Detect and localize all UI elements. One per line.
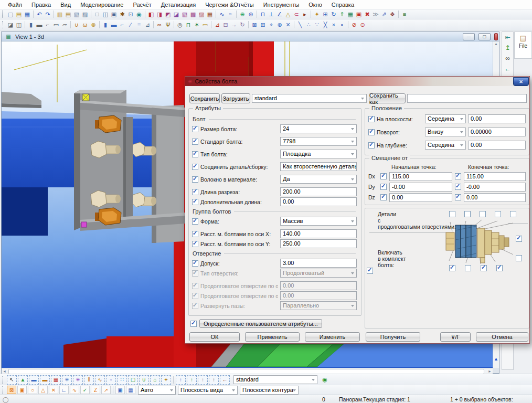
grid-tool-icon[interactable]: ▦ (346, 10, 355, 18)
copy-array-icon[interactable]: ⊞ (321, 10, 329, 18)
get-button[interactable]: Получить (366, 332, 420, 342)
green-slab-part[interactable] (211, 344, 493, 367)
snap-intersection-icon[interactable]: × (329, 20, 338, 29)
view-selected-icon[interactable]: ⊡ (126, 10, 135, 18)
load-button[interactable]: Загрузить (221, 93, 250, 103)
new-file-icon[interactable]: ▢ (6, 10, 15, 18)
profile-combo[interactable]: standard (252, 94, 367, 103)
snap-override-icon[interactable]: ▣ (115, 386, 125, 394)
weld-icon[interactable]: ∿ (218, 10, 226, 18)
scroll-up-arrow[interactable]: ▲ (493, 41, 499, 47)
fence-tool-icon[interactable]: ⊓ (259, 10, 267, 18)
snap-points-icon[interactable]: ∴ (304, 20, 313, 29)
menu-item-10[interactable]: Справка (327, 1, 359, 9)
snap-center-icon[interactable]: ⊙ (358, 20, 367, 29)
organizer-icon[interactable]: ❖ (388, 10, 397, 18)
profile-angle-icon[interactable]: ⌐ (118, 20, 126, 29)
intersect-tool-icon[interactable]: ✕ (284, 20, 292, 29)
create-column-icon[interactable]: ◧ (147, 10, 155, 18)
polyweld-icon[interactable]: ≈ (226, 10, 235, 18)
open-model-icon[interactable]: ▤ (15, 10, 23, 18)
dialog-titlebar[interactable]: ✳ Свойства болта (185, 77, 529, 86)
attribute-input[interactable]: 3.00 (280, 259, 357, 268)
measure-angle-icon[interactable]: ∠ (275, 10, 284, 18)
fit-view-icon[interactable]: ⇤ (505, 34, 510, 41)
attribute-checkbox[interactable] (192, 176, 198, 183)
attribute-combo[interactable]: Как второстепенную деталь (280, 162, 357, 171)
publish-icon[interactable]: ▧ (72, 10, 81, 18)
attribute-checkbox[interactable] (192, 218, 198, 225)
horizontal-scrollbar[interactable]: ◄ ► (2, 368, 493, 374)
uda-checkbox[interactable] (190, 321, 197, 327)
hook-part-icon[interactable]: ω (81, 20, 89, 29)
view-hidden-lines-icon[interactable]: ◫ (101, 10, 110, 18)
level-up-green-icon[interactable]: ↑ (187, 375, 197, 385)
report-icon[interactable]: ▥ (56, 10, 64, 18)
select-points-icon[interactable]: ∷ (117, 375, 127, 385)
delete-tool-icon[interactable]: ✖ (363, 10, 371, 18)
attribute-combo[interactable]: Площадка (280, 150, 357, 158)
snap-arrow-icon[interactable]: ↗ (101, 386, 111, 394)
attribute-checkbox[interactable] (192, 164, 198, 170)
snap-perpendicular-icon[interactable]: ∟ (59, 386, 69, 394)
menu-item-2[interactable]: Правка (27, 1, 56, 9)
offset-start-input[interactable]: -0.00 (389, 183, 452, 192)
attribute-checkbox[interactable] (192, 126, 198, 132)
view-titlebar[interactable]: ▦ View 1 - 3d — ▢ (2, 32, 499, 41)
rotate-copy-icon[interactable]: ↻ (329, 10, 338, 18)
select-components-icon[interactable]: ✳ (62, 375, 72, 385)
menu-item-1[interactable]: Файл (3, 1, 27, 9)
chamfer-tool-icon[interactable]: ⊿ (143, 20, 152, 29)
fly-view-icon[interactable]: ↥ (505, 44, 510, 51)
move-object-icon[interactable]: → (230, 20, 238, 29)
phase-manager-icon[interactable]: ▣ (355, 10, 363, 18)
measure-triangle-icon[interactable]: △ (284, 10, 292, 18)
snap-circle-icon[interactable]: ○ (28, 386, 37, 394)
redo-icon[interactable]: ↷ (44, 10, 52, 18)
offset-end-checkbox[interactable] (455, 184, 461, 190)
menu-item-9[interactable]: Окно (304, 1, 327, 9)
perpendicular-tool-icon[interactable]: ⊥ (267, 10, 275, 18)
offset-start-checkbox[interactable] (380, 173, 387, 179)
view-close-button[interactable] (494, 33, 498, 40)
position-input[interactable]: 0.00 (468, 141, 526, 150)
save-as-input[interactable] (407, 94, 527, 103)
attribute-input[interactable]: 140.00 (280, 229, 357, 238)
phase-profile-combo[interactable]: standard (233, 375, 317, 384)
profile-beam-icon[interactable]: ▮ (101, 20, 110, 29)
level-up-dark-icon[interactable]: ↑ (209, 375, 219, 385)
save-as-button[interactable]: Сохранить как (369, 93, 406, 103)
menu-item-4[interactable]: Моделирование (76, 1, 128, 9)
u-bolt-icon[interactable]: ∪ (72, 20, 81, 29)
anchor-bolt-icon[interactable]: Ψ (164, 20, 172, 29)
include-head-checkbox[interactable] (367, 268, 373, 274)
snap-nearest-icon[interactable]: △ (38, 386, 48, 394)
drawing-sheet-icon[interactable]: ◫ (15, 20, 23, 29)
select-assemblies-icon[interactable]: ∪ (139, 375, 149, 385)
magenta-handle-marker[interactable] (81, 222, 87, 227)
print-icon[interactable]: ▨ (81, 10, 89, 18)
select-pointer-icon[interactable]: ↖ (7, 375, 17, 385)
ok-button[interactable]: ОК (189, 332, 240, 342)
profile-twin-icon[interactable]: ≡ (135, 20, 143, 29)
measure-arc-icon[interactable]: ⊂ (292, 10, 301, 18)
select-beams-icon[interactable]: ▬ (40, 375, 50, 385)
snap-z-icon[interactable]: Z (91, 386, 100, 394)
offset-end-checkbox[interactable] (455, 173, 461, 179)
select-boxes-icon[interactable]: ▫ (106, 375, 116, 385)
profile-plate-icon[interactable]: ▬ (110, 20, 118, 29)
create-slab-icon[interactable]: ▩ (189, 10, 197, 18)
snap-cross-icon[interactable]: ╳ (321, 20, 329, 29)
modify-button[interactable]: Изменить (305, 332, 360, 342)
task-list-icon[interactable]: ≡ (400, 10, 409, 18)
beam-web-part[interactable] (123, 117, 133, 222)
tb1-handle[interactable] (2, 10, 4, 18)
offset-start-checkbox[interactable] (380, 184, 387, 190)
select-objects-icon[interactable]: ▢ (128, 375, 138, 385)
corner-cut-icon[interactable]: ⊿ (213, 20, 221, 29)
work-plane-combo[interactable]: Плоскость вида (178, 386, 238, 395)
washer-part-icon[interactable]: ▭ (52, 20, 60, 29)
cancel-button[interactable]: Отмена (476, 332, 528, 342)
attribute-checkbox[interactable] (192, 189, 198, 195)
select-tasks-icon[interactable]: ✦ (161, 375, 171, 385)
